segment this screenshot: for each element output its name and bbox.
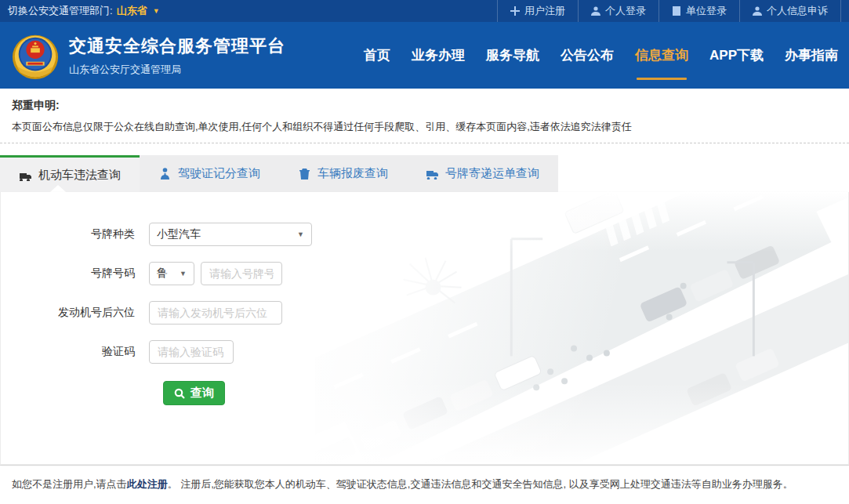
engine-number-label: 发动机号后六位 — [1, 306, 149, 320]
site-subtitle: 山东省公安厅交通管理局 — [69, 63, 285, 77]
plate-number-input[interactable] — [201, 262, 282, 285]
plate-number-row: 号牌号码 鲁 ▼ — [1, 262, 848, 285]
captcha-input[interactable] — [149, 340, 234, 364]
submit-row: 查询 — [1, 381, 848, 405]
register-link-label: 用户注册 — [524, 4, 565, 18]
tab-label: 号牌寄递运单查询 — [445, 166, 539, 181]
chevron-down-icon: ▼ — [297, 230, 304, 238]
person-icon — [591, 6, 600, 16]
active-tab-notch — [50, 185, 66, 192]
statement-title: 郑重申明: — [12, 99, 837, 113]
violation-query-form: 号牌种类 小型汽车 ▼ 号牌号码 鲁 ▼ 发动机号后六位 验证码 查询 — [1, 192, 848, 405]
tab-label: 驾驶证记分查询 — [178, 166, 260, 181]
solemn-statement: 郑重申明: 本页面公布信息仅限于公众在线自助查询,单次使用,任何个人和组织不得通… — [0, 89, 849, 143]
nav-active-underline — [637, 78, 687, 80]
footer-text-pre: 如您不是注册用户,请点击 — [12, 478, 127, 490]
appeal-link[interactable]: 个人信息申诉 — [739, 0, 841, 22]
nav-info-query-label: 信息查询 — [635, 48, 688, 63]
site-title-block: 交通安全综合服务管理平台 山东省公安厅交通管理局 — [69, 34, 285, 77]
plus-icon — [510, 6, 520, 16]
query-tabs-strip: 机动车违法查询 驾驶证记分查询 车辆报废查询 号牌寄递运单查询 — [0, 155, 558, 192]
topbar-links: 用户注册 个人登录 单位登录 个人信息申诉 — [497, 0, 841, 22]
search-icon — [174, 388, 185, 399]
site-title: 交通安全综合服务管理平台 — [69, 34, 285, 58]
engine-number-row: 发动机号后六位 — [1, 301, 848, 325]
tab-vehicle-violation-query[interactable]: 机动车违法查询 — [0, 155, 140, 192]
personal-login-link[interactable]: 个人登录 — [578, 0, 659, 22]
site-header: 交通安全综合服务管理平台 山东省公安厅交通管理局 首页 业务办理 服务导航 公告… — [0, 22, 849, 89]
plate-number-label: 号牌号码 — [1, 267, 149, 281]
tab-plate-delivery-query[interactable]: 号牌寄递运单查询 — [407, 155, 558, 192]
query-button-label: 查询 — [190, 386, 214, 401]
nav-business[interactable]: 业务办理 — [412, 42, 465, 69]
nav-app-download[interactable]: APP下载 — [709, 42, 764, 69]
tab-license-points-query[interactable]: 驾驶证记分查询 — [140, 155, 279, 192]
switch-label: 切换公安交通管理部门: — [8, 4, 113, 18]
region-value[interactable]: 山东省 — [117, 4, 147, 18]
police-badge-logo — [11, 31, 60, 80]
plate-type-row: 号牌种类 小型汽车 ▼ — [1, 223, 848, 246]
query-panel: 号牌种类 小型汽车 ▼ 号牌号码 鲁 ▼ 发动机号后六位 验证码 查询 — [0, 192, 849, 465]
captcha-row: 验证码 — [1, 340, 848, 364]
delivery-truck-icon — [426, 168, 439, 179]
org-login-label: 单位登录 — [686, 4, 727, 18]
register-link[interactable]: 用户注册 — [497, 0, 578, 22]
plate-type-label: 号牌种类 — [1, 227, 149, 241]
plate-type-value: 小型汽车 — [157, 227, 201, 241]
topbar: 切换公安交通管理部门: 山东省 ▼ 用户注册 个人登录 单位登录 个人信息申诉 — [0, 0, 849, 22]
engine-number-input[interactable] — [149, 301, 282, 325]
scrap-trash-icon — [298, 168, 311, 179]
department-switcher[interactable]: 切换公安交通管理部门: 山东省 ▼ — [8, 4, 160, 18]
nav-info-query[interactable]: 信息查询 — [635, 42, 688, 69]
plate-type-select[interactable]: 小型汽车 ▼ — [149, 223, 312, 246]
nav-home[interactable]: 首页 — [364, 42, 390, 69]
tab-label: 机动车违法查询 — [38, 168, 121, 183]
main-nav: 首页 业务办理 服务导航 公告公布 信息查询 APP下载 办事指南 — [364, 42, 838, 69]
chevron-down-icon: ▼ — [153, 7, 160, 15]
register-hint-footer: 如您不是注册用户,请点击此处注册。 注册后,您能获取您本人的机动车、驾驶证状态信… — [0, 465, 849, 504]
register-here-link[interactable]: 此处注册 — [127, 478, 168, 490]
driver-icon — [158, 168, 172, 179]
tab-label: 车辆报废查询 — [317, 166, 388, 181]
person-icon — [753, 6, 762, 16]
tab-vehicle-scrap-query[interactable]: 车辆报废查询 — [279, 155, 407, 192]
query-button[interactable]: 查询 — [163, 381, 225, 405]
plate-prefix-select[interactable]: 鲁 ▼ — [149, 262, 194, 285]
org-login-link[interactable]: 单位登录 — [659, 0, 739, 22]
personal-login-label: 个人登录 — [605, 4, 646, 18]
nav-guidelines[interactable]: 办事指南 — [785, 42, 838, 69]
captcha-label: 验证码 — [1, 345, 149, 359]
nav-service-guide[interactable]: 服务导航 — [486, 42, 539, 69]
plate-prefix-value: 鲁 — [157, 267, 168, 281]
chevron-down-icon: ▼ — [180, 270, 187, 277]
car-icon — [19, 169, 32, 181]
statement-body: 本页面公布信息仅限于公众在线自助查询,单次使用,任何个人和组织不得通过任何手段爬… — [12, 120, 837, 134]
footer-text-post: 。 注册后,您能获取您本人的机动车、驾驶证状态信息,交通违法信息和交通安全告知信… — [168, 478, 793, 490]
query-tabs: 机动车违法查询 驾驶证记分查询 车辆报废查询 号牌寄递运单查询 — [0, 155, 849, 192]
org-badge-icon — [672, 6, 681, 16]
appeal-link-label: 个人信息申诉 — [767, 4, 828, 18]
nav-announcements[interactable]: 公告公布 — [561, 42, 614, 69]
